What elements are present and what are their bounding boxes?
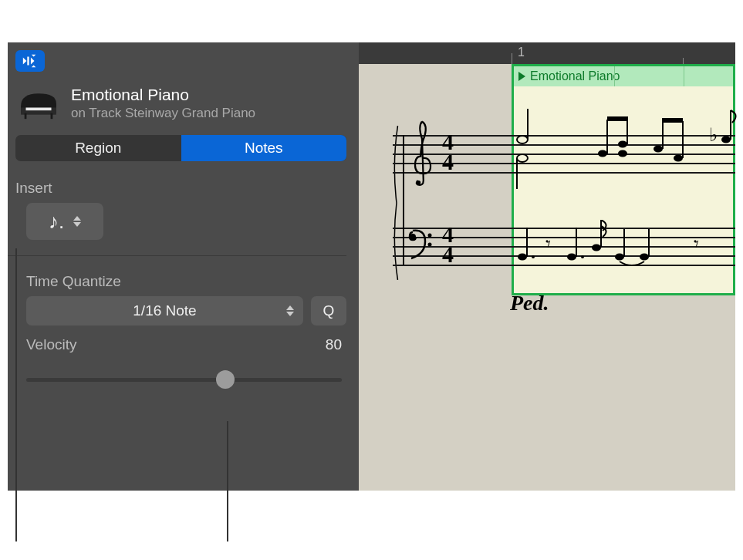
- svg-rect-4: [26, 108, 52, 111]
- svg-point-15: [618, 150, 627, 157]
- svg-point-37: [640, 254, 649, 261]
- region-name-badge: Emotional Piano: [530, 69, 620, 83]
- quantize-value: 1/16 Note: [133, 302, 196, 319]
- svg-point-7: [428, 234, 432, 238]
- svg-rect-2: [25, 113, 27, 119]
- inspector-tabs: Region Notes: [15, 135, 346, 161]
- ruler-tick: [512, 53, 512, 64]
- staff-brace-icon: [391, 126, 400, 280]
- system-barline: [403, 135, 404, 265]
- svg-point-33: [581, 255, 584, 258]
- svg-point-19: [654, 146, 663, 153]
- svg-point-8: [428, 243, 432, 247]
- quantize-value-select[interactable]: 1/16 Note: [26, 296, 303, 326]
- velocity-value: 80: [326, 336, 342, 353]
- insert-note-value-select[interactable]: ♪.: [26, 203, 103, 240]
- svg-point-10: [517, 154, 528, 162]
- track-name: on Track Steinway Grand Piano: [71, 106, 255, 121]
- velocity-slider[interactable]: [26, 369, 342, 392]
- pedal-mark: Ped.: [510, 291, 549, 315]
- bass-time-signature: 44: [442, 224, 454, 265]
- play-icon: [518, 72, 525, 81]
- svg-point-34: [592, 245, 601, 251]
- svg-point-20: [674, 155, 683, 162]
- svg-point-14: [618, 141, 627, 148]
- editor-window: Emotional Piano on Track Steinway Grand …: [8, 42, 735, 491]
- svg-point-36: [615, 254, 624, 261]
- svg-point-9: [517, 136, 528, 143]
- region-tick: [684, 66, 684, 86]
- slider-track: [26, 378, 342, 382]
- bar-ruler[interactable]: 1: [359, 42, 735, 64]
- svg-point-6: [410, 234, 416, 240]
- inspector-panel: Emotional Piano on Track Steinway Grand …: [8, 42, 359, 491]
- svg-rect-23: [663, 118, 683, 123]
- quantize-label: Time Quantize: [26, 273, 346, 290]
- region-tick: [614, 66, 615, 86]
- stepper-icon: [73, 216, 81, 227]
- treble-time-signature: 44: [442, 132, 454, 172]
- tab-notes[interactable]: Notes: [181, 135, 347, 161]
- bass-clef-icon: [407, 226, 434, 260]
- svg-point-5: [417, 180, 420, 184]
- divider: [8, 255, 346, 256]
- svg-point-29: [532, 255, 535, 258]
- svg-rect-3: [51, 113, 53, 119]
- quantize-button[interactable]: Q: [311, 296, 346, 326]
- velocity-label: Velocity: [26, 336, 76, 353]
- callout-line: [227, 421, 228, 541]
- svg-point-31: [567, 254, 576, 261]
- svg-point-13: [598, 150, 607, 157]
- svg-text:♭: ♭: [709, 125, 718, 145]
- svg-point-27: [518, 254, 527, 261]
- score-area[interactable]: 1 Emotional Piano: [359, 42, 735, 491]
- svg-rect-18: [607, 116, 627, 121]
- stepper-icon: [286, 305, 294, 316]
- bass-notes[interactable]: 𝄾 𝄾: [512, 220, 743, 282]
- catch-icon: [22, 54, 39, 68]
- catch-playhead-button[interactable]: [15, 50, 45, 72]
- treble-notes[interactable]: ♭: [512, 109, 743, 194]
- grand-piano-icon: [17, 86, 60, 120]
- ruler-tick: [683, 58, 684, 64]
- treble-clef-icon: [407, 118, 437, 187]
- svg-rect-0: [27, 57, 29, 66]
- callout-line: [15, 248, 17, 541]
- tab-region[interactable]: Region: [15, 135, 181, 161]
- bar-number: 1: [518, 46, 525, 59]
- svg-text:𝄾: 𝄾: [694, 240, 699, 248]
- insert-label: Insert: [15, 180, 346, 197]
- svg-text:𝄾: 𝄾: [545, 240, 551, 248]
- region-header[interactable]: Emotional Piano: [514, 66, 733, 86]
- slider-thumb[interactable]: [216, 370, 235, 389]
- region-header-row: Emotional Piano on Track Steinway Grand …: [8, 86, 346, 121]
- svg-point-25: [721, 137, 731, 143]
- region-name: Emotional Piano: [71, 86, 255, 104]
- eighth-note-icon: ♪.: [49, 210, 64, 234]
